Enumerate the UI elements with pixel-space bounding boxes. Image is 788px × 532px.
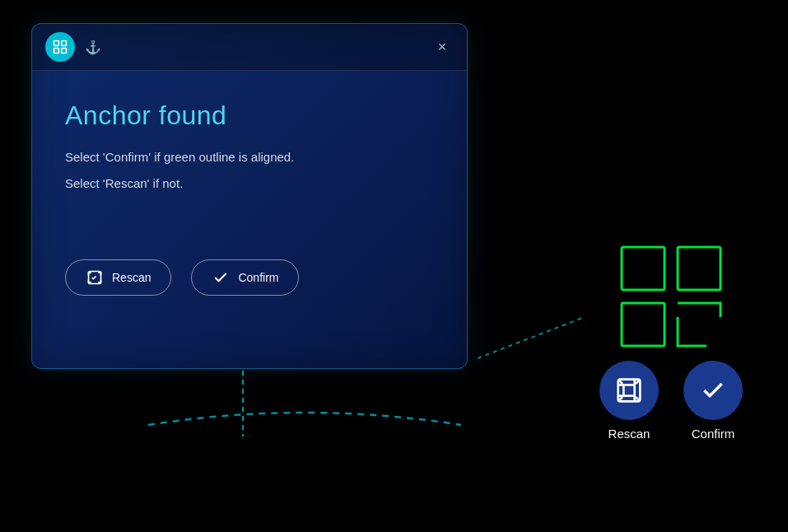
panel-icon-button[interactable] — [45, 32, 75, 62]
scan-icon — [52, 39, 68, 55]
ar-confirm-icon — [700, 377, 726, 404]
connect-dashed-line — [478, 313, 609, 362]
ar-confirm-button[interactable] — [683, 361, 743, 420]
panel-content: Anchor found Select 'Confirm' if green o… — [32, 71, 467, 325]
panel-topbar: ⚓ × — [32, 24, 467, 71]
svg-rect-2 — [54, 49, 59, 54]
panel-desc2: Select 'Rescan' if not. — [65, 174, 434, 194]
green-squares-target — [618, 243, 725, 350]
ar-confirm-label: Confirm — [692, 427, 735, 441]
ar-rescan-icon — [616, 377, 642, 404]
rescan-button[interactable]: Rescan — [65, 259, 171, 296]
confirm-icon — [212, 268, 230, 287]
ar-overlay-area: Rescan Confirm — [599, 243, 743, 441]
anchor-icon: ⚓ — [85, 40, 101, 55]
ar-rescan-group: Rescan — [599, 361, 659, 441]
svg-rect-1 — [62, 41, 67, 46]
svg-rect-11 — [623, 385, 634, 395]
panel-desc1: Select 'Confirm' if green outline is ali… — [65, 147, 434, 167]
svg-rect-9 — [622, 303, 664, 346]
confirm-button[interactable]: Confirm — [191, 259, 299, 296]
svg-line-6 — [478, 317, 585, 358]
close-button[interactable]: × — [431, 35, 454, 58]
svg-rect-3 — [62, 49, 67, 54]
svg-rect-8 — [678, 247, 720, 290]
ar-rescan-label: Rescan — [608, 427, 650, 441]
rescan-icon — [86, 268, 104, 287]
anchor-target-squares — [618, 243, 725, 350]
ar-buttons: Rescan Confirm — [599, 361, 743, 441]
curved-dashed-arc — [140, 384, 469, 466]
panel-buttons: Rescan Confirm — [65, 259, 434, 296]
svg-rect-0 — [54, 41, 59, 46]
main-panel: ⚓ × Anchor found Select 'Confirm' if gre… — [31, 23, 468, 369]
panel-title: Anchor found — [65, 100, 434, 131]
svg-rect-7 — [622, 247, 664, 290]
ar-confirm-group: Confirm — [683, 361, 743, 441]
ar-rescan-button[interactable] — [599, 361, 659, 420]
